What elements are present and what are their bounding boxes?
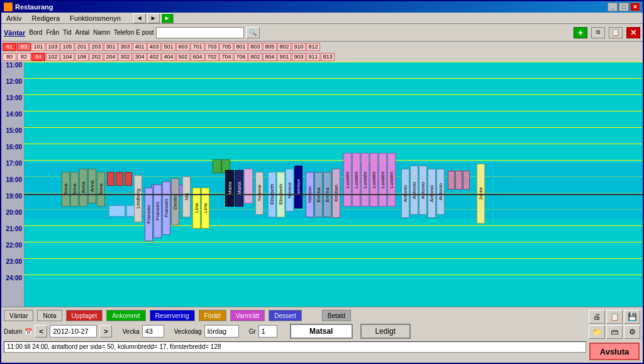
table-301[interactable]: 301 [104,43,118,51]
table-702[interactable]: 702 [205,53,219,61]
res-lunden2[interactable]: Lundén [352,153,360,207]
table-201[interactable]: 201 [75,43,89,51]
paste-button[interactable]: 📋 [609,27,623,38]
table-704[interactable]: 704 [219,53,233,61]
date-input[interactable] [50,325,97,338]
menu-redigera[interactable]: Redigera [29,14,62,22]
table-401[interactable]: 401 [133,43,147,51]
next-date-button[interactable]: > [99,325,112,338]
table-404[interactable]: 404 [162,53,175,61]
res-lunden3[interactable]: Lundén [361,153,369,207]
res-dimitra[interactable]: Dimitra [171,178,179,225]
res-lindberg[interactable]: Lindberg [134,175,142,222]
res-antonio3[interactable]: Antonio [419,166,427,215]
menu-arkiv[interactable]: Arkiv [4,14,24,22]
res-red3[interactable] [125,172,132,186]
legend-vantar[interactable]: Väntar [4,310,33,321]
table-83[interactable]: 83 [17,43,31,51]
res-marta2[interactable]: Marta [235,170,243,207]
table-802b[interactable]: 802 [248,53,262,61]
table-701[interactable]: 701 [191,43,204,51]
res-fransen2[interactable]: Fransén [153,185,162,238]
table-802a[interactable]: 802 [277,43,291,51]
res-yvonne[interactable]: Yvonne [255,172,264,215]
table-403[interactable]: 403 [147,43,161,51]
res-marta1[interactable]: Marta [225,170,234,207]
minimize-button[interactable]: _ [608,3,618,11]
legend-ankommit[interactable]: Ankommit [106,310,145,321]
table-102[interactable]: 102 [46,53,60,61]
legend-reservering[interactable]: Reservering [150,310,195,321]
legend-upptaget[interactable]: Upptaget [66,310,103,321]
table-812[interactable]: 812 [306,43,320,51]
search-input[interactable] [156,27,244,38]
table-304[interactable]: 304 [133,53,147,61]
res-red2[interactable] [116,172,123,186]
table-101[interactable]: 101 [31,43,45,51]
vecka-input[interactable] [142,325,164,338]
close-record-button[interactable]: ✕ [626,27,640,38]
table-803[interactable]: 803 [248,43,262,51]
db-button[interactable]: 🗃 [606,325,623,339]
table-813[interactable]: 813 [321,53,335,61]
res-fransen1[interactable]: Fransén [145,188,153,241]
table-84[interactable]: 84 [31,53,45,61]
res-pink3[interactable] [463,171,470,190]
table-104[interactable]: 104 [60,53,74,61]
res-lunden4[interactable]: Lundén [370,153,378,207]
ledigt-button[interactable]: Ledigt [360,324,411,339]
res-nerece1[interactable]: Nerece [286,169,294,212]
table-705[interactable]: 705 [219,43,233,51]
res-pink2[interactable] [455,171,462,190]
matsal-button[interactable]: Matsal [290,324,353,339]
table-303[interactable]: 303 [118,43,132,51]
res-anna4[interactable]: Anna [88,169,96,203]
res-lunden5[interactable]: Lundén [379,153,387,207]
maximize-button[interactable]: □ [619,3,629,11]
res-antonio4[interactable]: Antonio [428,169,436,218]
legend-foratt[interactable]: Förätt [199,310,226,321]
res-nerece2[interactable]: Nerece [294,166,303,208]
table-202[interactable]: 202 [89,53,103,61]
table-604[interactable]: 604 [191,53,204,61]
table-706[interactable]: 706 [234,53,248,61]
table-204[interactable]: 204 [104,53,118,61]
calendar-icon[interactable]: 📅 [25,328,32,335]
table-105[interactable]: 105 [60,43,74,51]
table-402[interactable]: 402 [147,53,161,61]
table-910[interactable]: 910 [292,43,306,51]
menu-funktionsmenyn[interactable]: Funktionsmenyn [67,14,123,22]
table-903[interactable]: 903 [292,53,306,61]
table-203[interactable]: 203 [89,43,103,51]
table-703[interactable]: 703 [205,43,219,51]
legend-varmratt[interactable]: Varmrätt [230,310,265,321]
table-80[interactable]: 80 [3,53,16,61]
avsluta-button[interactable]: Avsluta [589,343,640,360]
settings-button[interactable]: ⚙ [624,325,640,339]
print-button[interactable]: 🖨 [589,310,605,324]
gr-input[interactable] [258,325,277,338]
prev-date-button[interactable]: < [35,325,47,338]
folder-button[interactable]: 📁 [589,325,605,339]
legend-betald[interactable]: Betald [322,310,351,321]
toolbar-vantar[interactable]: Väntar [4,29,25,37]
table-501[interactable]: 501 [162,43,175,51]
copy-button[interactable]: ⧉ [591,27,605,38]
table-82[interactable]: 82 [17,53,31,61]
res-ida[interactable]: Ida [182,176,191,217]
res-red1[interactable] [107,172,114,186]
table-103[interactable]: 103 [46,43,60,51]
veckodag-input[interactable] [204,325,239,338]
nav-green-button[interactable]: ► [161,13,174,23]
table-81[interactable]: 81 [3,43,16,51]
table-805[interactable]: 805 [263,43,277,51]
table-603[interactable]: 603 [176,43,190,51]
table-804[interactable]: 804 [263,53,277,61]
res-anna5[interactable]: Anna [97,172,105,207]
save-button[interactable]: 💾 [624,310,640,324]
res-lunden6[interactable]: Lundén [387,153,396,207]
res-blue-small1[interactable] [109,205,125,217]
res-antonio2[interactable]: Antonio [410,166,418,215]
add-button[interactable]: + [574,27,587,38]
res-anna2[interactable]: Anna [70,172,79,207]
